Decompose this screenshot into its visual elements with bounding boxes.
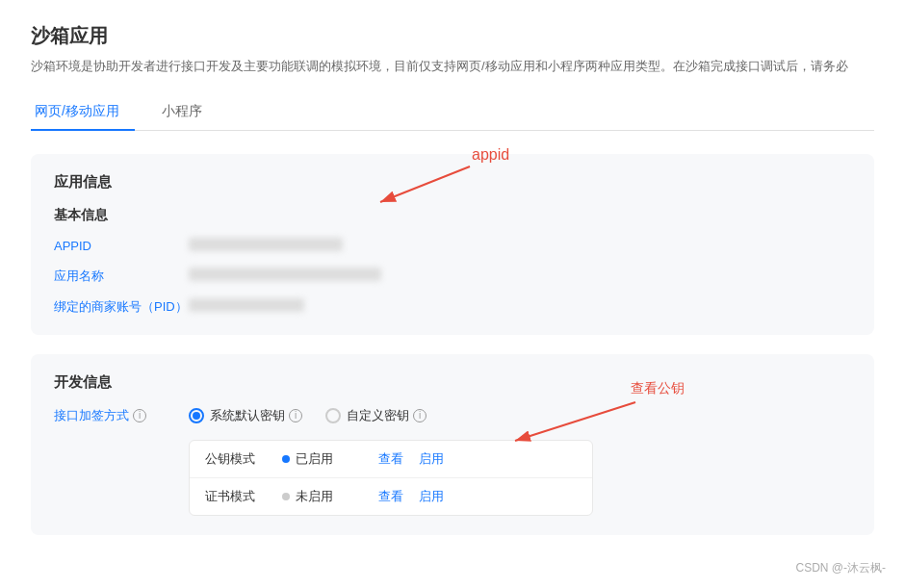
- dev-info-title: 开发信息: [54, 373, 851, 392]
- appid-value: [189, 238, 851, 254]
- public-key-dot: [282, 455, 290, 463]
- public-key-row: 公钥模式 已启用 查看 启用: [190, 441, 592, 478]
- sign-radio-group: 系统默认密钥 i 自定义密钥 i: [189, 407, 427, 424]
- cert-key-row: 证书模式 未启用 查看 启用: [190, 478, 592, 515]
- app-info-section: 应用信息 基本信息 APPID 应用名称 绑定的商家账号（PID）: [31, 154, 874, 335]
- sign-info-icon[interactable]: i: [133, 409, 146, 422]
- radio-system-label: 系统默认密钥 i: [210, 407, 302, 424]
- key-table: 公钥模式 已启用 查看 启用 证书模式 未启用 查看 启用: [189, 440, 593, 516]
- cert-key-enable-btn[interactable]: 启用: [419, 488, 444, 505]
- appid-label: APPID: [54, 239, 189, 253]
- dev-info-section: 开发信息 接口加签方式 i 系统默认密钥 i: [31, 354, 874, 535]
- page-title: 沙箱应用: [31, 23, 874, 49]
- page-description: 沙箱环境是协助开发者进行接口开发及主要功能联调的模拟环境，目前仅支持网页/移动应…: [31, 57, 874, 76]
- appname-blur: [189, 268, 381, 281]
- radio-system-circle: [189, 408, 204, 423]
- system-key-info-icon[interactable]: i: [289, 409, 302, 422]
- radio-system-key[interactable]: 系统默认密钥 i: [189, 407, 302, 424]
- public-key-mode: 公钥模式: [205, 450, 282, 468]
- appname-value: [189, 268, 851, 284]
- radio-custom-circle: [325, 408, 341, 423]
- tab-web[interactable]: 网页/移动应用: [31, 95, 135, 130]
- cert-key-actions: 查看 启用: [378, 488, 444, 505]
- cert-key-mode: 证书模式: [205, 488, 282, 505]
- pid-row: 绑定的商家账号（PID）: [54, 298, 851, 316]
- cert-key-dot: [282, 493, 290, 500]
- tab-bar: 网页/移动应用 小程序: [31, 95, 874, 131]
- appid-row: APPID: [54, 238, 851, 254]
- appid-blur: [189, 238, 343, 251]
- public-key-actions: 查看 启用: [378, 450, 444, 468]
- radio-custom-key[interactable]: 自定义密钥 i: [325, 407, 427, 424]
- custom-key-info-icon[interactable]: i: [413, 409, 427, 422]
- watermark: CSDN @-沐云枫-: [795, 560, 886, 576]
- app-info-title: 应用信息: [54, 173, 851, 192]
- appid-annotation-text: appid: [472, 146, 509, 164]
- sign-method-row: 接口加签方式 i 系统默认密钥 i 自定义密钥 i: [54, 407, 851, 424]
- public-key-enable-btn[interactable]: 启用: [419, 450, 444, 468]
- cert-key-view-btn[interactable]: 查看: [378, 488, 403, 505]
- appname-row: 应用名称: [54, 268, 851, 285]
- sign-label: 接口加签方式 i: [54, 407, 189, 424]
- pid-value: [189, 298, 851, 315]
- radio-custom-label: 自定义密钥 i: [347, 407, 427, 424]
- pid-blur: [189, 298, 304, 312]
- tab-miniapp[interactable]: 小程序: [158, 95, 218, 130]
- basic-info-title: 基本信息: [54, 207, 851, 224]
- pubkey-annotation-text: 查看公钥: [631, 380, 685, 397]
- appname-label: 应用名称: [54, 268, 189, 285]
- pid-label: 绑定的商家账号（PID）: [54, 298, 189, 316]
- public-key-view-btn[interactable]: 查看: [378, 450, 403, 468]
- basic-info-block: 基本信息 APPID 应用名称 绑定的商家账号（PID）: [54, 207, 851, 316]
- cert-key-status: 未启用: [282, 488, 378, 505]
- public-key-status: 已启用: [282, 450, 378, 468]
